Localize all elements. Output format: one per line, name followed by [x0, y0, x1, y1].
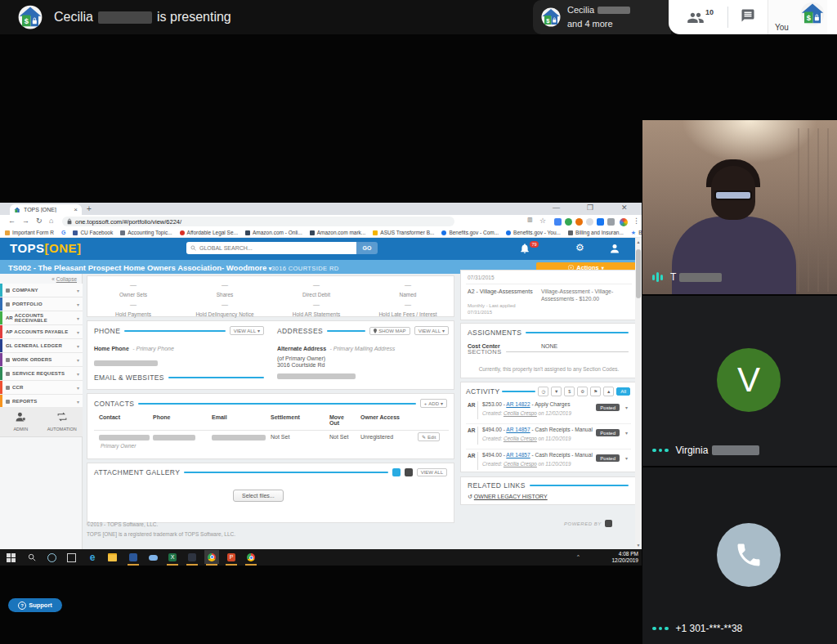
task-view-icon[interactable]	[65, 552, 77, 563]
chat-button[interactable]	[740, 8, 756, 26]
sidebar-item-accounts-receivable[interactable]: AR ACCOUNTS RECEIVABLE▾	[0, 311, 83, 325]
add-contact-button[interactable]: +ADD▾	[420, 399, 447, 408]
start-button[interactable]	[5, 552, 16, 563]
bookmark-item[interactable]: Billing and Insuran...	[568, 230, 624, 235]
url-field[interactable]: one.topssoft.com/#/portfolio/view/6224/	[62, 217, 454, 226]
bookmark-item[interactable]: Affordable Legal Se...	[180, 230, 238, 235]
reload-icon[interactable]: ↻	[36, 217, 43, 225]
file-explorer-icon[interactable]	[106, 552, 118, 563]
bookmark-item[interactable]: Benefits.gov - You...	[506, 230, 561, 235]
home-icon[interactable]: ⌂	[49, 217, 53, 225]
bookmark-item[interactable]: Amazon.com - Onli...	[245, 230, 302, 235]
phone-view-all-button[interactable]: VIEW ALL▾	[230, 326, 264, 335]
taskbar-clock[interactable]: 4:08 PM 12/20/2019	[611, 551, 638, 564]
participant-tile-virginia[interactable]: V Virginia	[642, 296, 837, 466]
bookmark-item[interactable]: Important Form R	[5, 230, 54, 235]
edit-contact-button[interactable]: ✎Edit	[418, 432, 440, 441]
addresses-view-all-button[interactable]: VIEW ALL▾	[414, 326, 449, 335]
onedrive-icon[interactable]	[147, 552, 159, 563]
chrome-icon-active[interactable]	[204, 550, 219, 564]
dark-app-icon[interactable]	[186, 552, 198, 563]
activity-ref-link[interactable]: AR 14857	[506, 452, 530, 458]
forward-icon[interactable]: →	[22, 217, 29, 225]
reading-list-icon[interactable]: ▥	[527, 217, 533, 223]
sidebar-item-work-orders[interactable]: WORK ORDERS▾	[0, 353, 83, 367]
attachments-view-all-button[interactable]: VIEW ALL	[417, 468, 447, 476]
grid-view-icon[interactable]	[392, 468, 401, 476]
global-search-input[interactable]	[186, 242, 356, 254]
scroll-up-icon[interactable]: ▲	[635, 239, 642, 244]
activity-funnel-filter-icon[interactable]: ▼	[551, 387, 562, 396]
participants-button[interactable]: 10	[687, 11, 713, 24]
bookmark-item[interactable]: ASUS Transformer B...	[373, 230, 434, 235]
support-button[interactable]: ? Support	[8, 598, 62, 612]
taskbar-search-icon[interactable]	[26, 552, 38, 563]
powerpoint-icon[interactable]: P	[226, 552, 237, 563]
facebook-extension-icon[interactable]	[597, 218, 604, 226]
extension-icon[interactable]	[586, 218, 593, 226]
activity-clock-filter-icon[interactable]: ◷	[538, 387, 548, 396]
new-tab-button[interactable]: +	[87, 204, 92, 213]
search-go-button[interactable]: GO	[356, 242, 378, 254]
admin-button[interactable]: ADMIN	[0, 407, 42, 436]
cortana-icon[interactable]	[46, 552, 57, 563]
teams-app-icon[interactable]	[128, 552, 139, 563]
bookmark-item[interactable]: Benefits.gov - Com...	[441, 230, 499, 235]
show-map-button[interactable]: SHOW MAP	[369, 327, 410, 335]
bookmark-item[interactable]: CU Facebook	[73, 230, 113, 235]
scroll-down-icon[interactable]: ▼	[635, 543, 642, 548]
gear-icon[interactable]: ⚙	[575, 242, 584, 253]
participants-pill[interactable]: $ Cecilia and 4 more	[533, 0, 671, 34]
extension-icon[interactable]	[554, 218, 562, 226]
back-icon[interactable]: ←	[8, 217, 16, 225]
sidebar-item-company[interactable]: COMPANY▾	[0, 284, 83, 297]
self-view-tile[interactable]: $ You	[768, 0, 827, 34]
window-close-button[interactable]: ✕	[621, 203, 628, 212]
activity-chart-filter-icon[interactable]: ▲	[603, 387, 614, 396]
activity-wrench-filter-icon[interactable]: ⚙	[577, 387, 588, 396]
edge-icon[interactable]: e	[87, 552, 98, 563]
list-view-icon[interactable]	[405, 468, 413, 476]
activity-ref-link[interactable]: AR 14857	[506, 427, 530, 432]
scrollbar-thumb[interactable]	[636, 249, 641, 298]
creator-link[interactable]: Cecilia Crespo	[504, 436, 537, 441]
select-files-button[interactable]: Select files...	[233, 490, 284, 502]
activity-flag-filter-icon[interactable]: ⚑	[590, 387, 601, 396]
chrome-icon[interactable]	[245, 552, 257, 563]
bookmark-star-icon[interactable]: ☆	[539, 217, 546, 225]
activity-dollar-filter-icon[interactable]: $	[564, 387, 575, 396]
automation-button[interactable]: AUTOMATION	[42, 407, 83, 436]
chevron-down-icon[interactable]: ▾	[625, 405, 628, 410]
activity-ref-link[interactable]: AR 14822	[506, 401, 530, 407]
window-maximize-button[interactable]: ❐	[587, 203, 593, 212]
tray-expand-icon[interactable]: ^	[577, 554, 580, 559]
window-minimize-button[interactable]: —	[553, 203, 560, 212]
bookmark-item[interactable]: Amazon.com mark...	[310, 230, 366, 235]
page-scrollbar[interactable]: ▲ ▼	[635, 238, 642, 549]
owner-legacy-history-link[interactable]: ↺ OWNER LEGACY HISTORY	[468, 494, 548, 500]
participant-tile-phone[interactable]: +1 301-***-**38	[642, 467, 837, 644]
sidebar-item-accounts-payable[interactable]: AP ACCOUNTS PAYABLE▾	[0, 325, 83, 339]
property-title[interactable]: TS002 - The Pleasant Prospect Home Owner…	[8, 263, 271, 272]
sidebar-collapse[interactable]: « Collapse	[51, 276, 77, 282]
bookmark-google-icon[interactable]: G	[61, 230, 65, 235]
creator-link[interactable]: Cecilia Crespo	[504, 410, 537, 416]
menu-dots-icon[interactable]: ⋮	[633, 217, 640, 225]
extension-icon[interactable]	[575, 218, 583, 226]
sidebar-item-service-requests[interactable]: SERVICE REQUESTS▾	[0, 367, 83, 381]
excel-icon[interactable]: X	[167, 552, 178, 563]
sidebar-item-general-ledger[interactable]: GL GENERAL LEDGER▾	[0, 339, 83, 353]
browser-tab[interactable]: TOPS [ONE] ×	[10, 204, 82, 215]
activity-all-filter-button[interactable]: All	[616, 387, 630, 396]
extension-icon[interactable]	[607, 218, 615, 226]
bell-icon[interactable]	[520, 244, 530, 254]
creator-link[interactable]: Cecilia Crespo	[504, 461, 537, 467]
chevron-down-icon[interactable]: ▾	[625, 455, 628, 461]
profile-avatar[interactable]	[620, 218, 628, 226]
extension-icon[interactable]	[565, 218, 572, 226]
video-tile[interactable]: T	[642, 120, 837, 294]
sidebar-item-ccr[interactable]: CCR▾	[0, 381, 83, 395]
tab-close-icon[interactable]: ×	[74, 206, 78, 213]
chevron-down-icon[interactable]: ▾	[625, 430, 628, 436]
user-icon[interactable]	[610, 244, 620, 253]
